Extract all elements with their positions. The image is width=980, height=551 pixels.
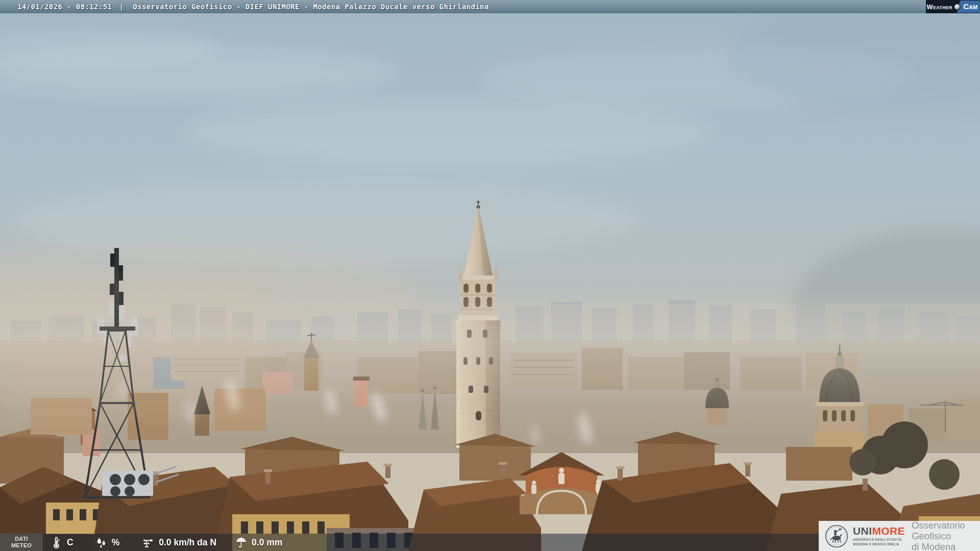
wind-readout: 0.0 km/h da N xyxy=(142,536,216,549)
header-separator: | xyxy=(119,3,124,11)
university-name-line2: MODENA E REGGIO EMILIA xyxy=(853,542,905,547)
observatory-title-line1: Osservatorio Geofisico xyxy=(912,520,976,541)
humidity-unit: % xyxy=(112,537,120,548)
header-text: 14/01/2026 - 08:12:51 | Osservatorio Geo… xyxy=(0,3,489,11)
unimore-branding: UNIMORE UNIVERSITÀ DEGLI STUDI DI MODENA… xyxy=(819,521,980,551)
dati-meteo-line2: METEO xyxy=(11,542,32,549)
humidity-readout: % xyxy=(95,536,120,549)
camera-lens-icon xyxy=(954,4,961,10)
observatory-title: Osservatorio Geofisico di Modena xyxy=(912,520,976,551)
dati-meteo-line1: DATI xyxy=(15,536,28,542)
temperature-readout: C xyxy=(50,536,74,549)
humidity-drops-icon xyxy=(95,536,108,549)
webcam-photo xyxy=(0,0,980,551)
observatory-title-line2: di Modena xyxy=(912,541,976,551)
wind-vane-icon xyxy=(142,536,155,549)
wind-value: 0.0 km/h da N xyxy=(159,537,216,548)
webcam-page: 14/01/2026 - 08:12:51 | Osservatorio Geo… xyxy=(0,0,980,551)
unimore-wordmark: UNIMORE UNIVERSITÀ DEGLI STUDI DI MODENA… xyxy=(853,525,905,546)
unimore-more-text: MORE xyxy=(872,525,905,537)
unimore-uni-text: UNI xyxy=(853,525,872,537)
rain-value: 0.0 mm xyxy=(252,537,282,548)
umbrella-icon xyxy=(235,536,248,549)
unimore-crest-logo xyxy=(825,524,848,548)
header-bar: 14/01/2026 - 08:12:51 | Osservatorio Geo… xyxy=(0,0,980,13)
timestamp: 14/01/2026 - 08:12:51 xyxy=(17,3,112,11)
weathercam-weather-label: Weather xyxy=(926,4,952,10)
temperature-unit: C xyxy=(67,537,74,548)
dati-meteo-label: DATI METEO xyxy=(0,534,43,551)
rain-readout: 0.0 mm xyxy=(235,536,282,549)
page-title: Osservatorio Geofisico - DIEF UNIMORE - … xyxy=(133,3,488,11)
weathercam-logo: Weather Cam xyxy=(926,0,980,13)
university-name-line1: UNIVERSITÀ DEGLI STUDI DI xyxy=(853,538,905,542)
thermometer-icon xyxy=(50,536,63,549)
weathercam-cam-label: Cam xyxy=(963,3,977,10)
